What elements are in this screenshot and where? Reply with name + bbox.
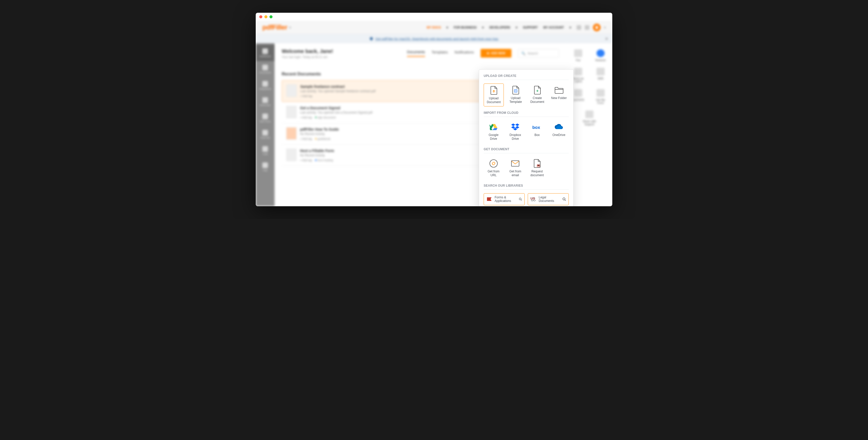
tile-get-from-email[interactable]: Get from email bbox=[505, 157, 525, 179]
search-input[interactable]: 🔍 Search bbox=[518, 49, 559, 58]
action-notarize[interactable]: Notarize bbox=[592, 50, 609, 62]
sidebar-item-dashboard[interactable]: Dashboard bbox=[256, 45, 275, 61]
tag-label: sign document bbox=[318, 116, 336, 119]
svg-marker-8 bbox=[515, 124, 519, 126]
window-close-dot[interactable] bbox=[259, 15, 262, 18]
tile-get-from-url[interactable]: Get from URL bbox=[484, 157, 503, 179]
svg-marker-9 bbox=[511, 126, 515, 129]
avatar[interactable] bbox=[593, 24, 600, 31]
svg-text:US: US bbox=[530, 196, 535, 200]
nav-my-account[interactable]: MY ACCOUNT bbox=[543, 26, 564, 29]
tile-label: Google Drive bbox=[485, 133, 502, 141]
svg-marker-11 bbox=[513, 128, 517, 130]
divider bbox=[484, 189, 569, 190]
sidebar-item-sell-forms[interactable]: Sell Forms bbox=[256, 110, 275, 126]
tab-templates[interactable]: Templates bbox=[432, 50, 448, 56]
tab-notifications[interactable]: Notifications bbox=[454, 50, 474, 56]
top-bar-icons: ▾ bbox=[577, 24, 606, 31]
popover-section-import-cloud: IMPORT FROM CLOUD bbox=[484, 111, 569, 115]
svg-rect-14 bbox=[512, 161, 519, 166]
add-tag-button[interactable]: + Add tag bbox=[300, 116, 312, 119]
link-icon bbox=[489, 159, 498, 167]
add-new-button[interactable]: ⊕ ADD NEW bbox=[480, 49, 512, 58]
app-logo[interactable]: pdfFiller bbox=[262, 24, 287, 31]
sidebar-item-documents[interactable]: Documents bbox=[256, 61, 275, 77]
forms-apps-icon bbox=[487, 196, 492, 202]
avatar-caret[interactable]: ▾ bbox=[604, 26, 606, 29]
nav-for-business[interactable]: FOR BUSINESS bbox=[454, 26, 476, 29]
upload-template-icon: T bbox=[511, 86, 521, 94]
get-document-grid: Get from URL Get from email Request docu… bbox=[484, 157, 569, 179]
action-fax[interactable]: Fax bbox=[570, 50, 586, 62]
tile-create-document[interactable]: Create Document bbox=[527, 84, 547, 106]
tile-box[interactable]: box Box bbox=[527, 120, 547, 143]
document-subtitle: No Recent Activity bbox=[300, 132, 339, 136]
action-get-my-form[interactable]: Get My Form bbox=[592, 89, 609, 104]
document-thumb bbox=[286, 127, 297, 139]
dropbox-icon bbox=[510, 123, 520, 131]
tag-label: guidebook bbox=[318, 137, 331, 140]
upload-document-icon bbox=[489, 86, 499, 94]
svg-point-16 bbox=[519, 198, 521, 200]
tile-google-drive[interactable]: Google Drive bbox=[484, 120, 503, 143]
sidebar-item-audit[interactable]: Audit bbox=[256, 143, 275, 159]
tile-label: Get from email bbox=[506, 169, 524, 177]
library-forms-applications[interactable]: Forms & Applications bbox=[484, 193, 525, 205]
sidebar-item-integrations[interactable]: Integrations bbox=[256, 77, 275, 94]
tile-label: Upload Template bbox=[507, 96, 524, 104]
tile-upload-template[interactable]: T Upload Template bbox=[506, 84, 525, 106]
legal-documents-icon: US bbox=[530, 196, 536, 202]
last-login-text: Your last login: Today at 05:21 am bbox=[282, 55, 559, 59]
document-title: Host a Fillable Form bbox=[300, 149, 334, 153]
window-maximize-dot[interactable] bbox=[270, 15, 273, 18]
popover-section-search-libraries: SEARCH OUR LIBRARIES bbox=[484, 184, 569, 187]
import-cloud-grid: Google Drive Dropbox Drive box Box OneDr… bbox=[484, 120, 569, 143]
svg-marker-7 bbox=[511, 124, 515, 126]
svg-text:box: box bbox=[532, 125, 540, 130]
apps-grid-icon[interactable] bbox=[577, 25, 581, 30]
add-tag-button[interactable]: + Add tag bbox=[300, 159, 312, 162]
new-folder-icon bbox=[554, 86, 564, 94]
document-title: Get a Document Signed bbox=[300, 106, 372, 110]
tab-documents[interactable]: Documents bbox=[407, 50, 425, 57]
tile-label: OneDrive bbox=[552, 133, 565, 137]
sidebar-item-inbox[interactable]: In/Out Box bbox=[256, 94, 275, 110]
add-tag-button[interactable]: + Add tag bbox=[300, 137, 312, 140]
top-nav: MY DOCS▾ FOR BUSINESS▾ DEVELOPERS▾ SUPPO… bbox=[427, 26, 571, 29]
svg-text:T: T bbox=[515, 90, 516, 92]
tile-label: Get from URL bbox=[485, 169, 502, 177]
action-sms[interactable]: SMS bbox=[592, 68, 609, 83]
tile-label: Create Document bbox=[528, 96, 546, 104]
nav-my-docs[interactable]: MY DOCS bbox=[427, 26, 441, 29]
tile-label: Upload Document bbox=[485, 96, 502, 104]
sidebar-item-trash[interactable]: Trash Bin bbox=[256, 126, 275, 143]
tag-label: form hosting bbox=[318, 159, 333, 162]
tile-dropbox[interactable]: Dropbox Drive bbox=[505, 120, 525, 143]
add-tag-button[interactable]: + Add tag bbox=[300, 94, 312, 97]
logo-dropdown-caret[interactable]: ▾ bbox=[289, 26, 291, 29]
nav-developers[interactable]: DEVELOPERS bbox=[489, 26, 510, 29]
tile-onedrive[interactable]: OneDrive bbox=[549, 120, 569, 143]
document-title: pdfFiller How To Guide bbox=[300, 127, 339, 131]
action-share-support[interactable]: Share with Support bbox=[581, 111, 597, 126]
bell-icon[interactable] bbox=[585, 25, 589, 30]
document-subtitle: Last activity: You opened Sample freelan… bbox=[300, 89, 376, 93]
sidebar-item-help[interactable]: Help bbox=[256, 159, 275, 175]
tile-upload-document[interactable]: Upload Document bbox=[484, 84, 504, 106]
tile-request-document[interactable]: Request document bbox=[527, 157, 547, 179]
library-legal-documents[interactable]: US Legal Documents bbox=[528, 193, 569, 205]
window-minimize-dot[interactable] bbox=[265, 15, 268, 18]
search-icon bbox=[519, 197, 522, 201]
tile-new-folder[interactable]: New Folder bbox=[549, 84, 569, 106]
welcome-heading: Welcome back, Jane! bbox=[282, 49, 559, 54]
google-drive-icon bbox=[489, 123, 498, 131]
document-subtitle: No Recent Activity bbox=[300, 154, 334, 157]
nav-support[interactable]: SUPPORT bbox=[523, 26, 538, 29]
banner-text[interactable]: Get pdfFiller for macOS. Seamlessly edit… bbox=[375, 37, 499, 41]
banner-close-icon[interactable]: ✕ bbox=[605, 36, 608, 41]
popover-section-get-document: GET DOCUMENT bbox=[484, 148, 569, 151]
window-titlebar bbox=[256, 13, 612, 21]
tile-label: Request document bbox=[528, 169, 546, 177]
request-document-icon bbox=[532, 159, 542, 167]
tile-label: New Folder bbox=[551, 96, 567, 100]
